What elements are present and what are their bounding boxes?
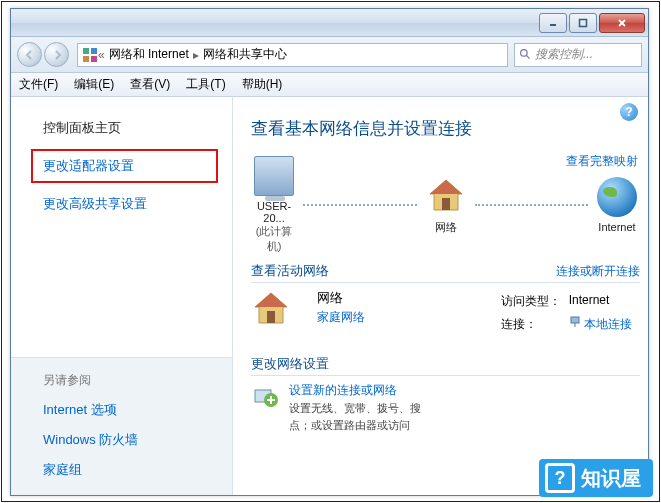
svg-rect-2 [83, 48, 89, 54]
svg-point-6 [521, 50, 528, 57]
nav-forward-button[interactable] [44, 42, 69, 67]
titlebar [11, 9, 648, 37]
svg-line-7 [526, 55, 529, 58]
menu-file[interactable]: 文件(F) [19, 76, 58, 93]
network-name: 网络 [317, 289, 489, 307]
svg-rect-14 [571, 317, 579, 323]
menu-tools[interactable]: 工具(T) [186, 76, 225, 93]
svg-rect-1 [580, 19, 587, 26]
search-input[interactable]: 搜索控制... [514, 43, 642, 67]
chevron-icon: « [98, 48, 105, 62]
svg-rect-10 [442, 198, 450, 210]
close-button[interactable] [599, 13, 645, 33]
help-icon[interactable]: ? [620, 103, 638, 121]
map-node-pc: USER-20... (此计算机) [251, 156, 297, 254]
house-icon [426, 176, 466, 216]
sidebar-seealso-header: 另请参阅 [11, 372, 232, 395]
minimize-button[interactable] [539, 13, 567, 33]
breadcrumb[interactable]: « 网络和 Internet ▸ 网络和共享中心 [77, 43, 508, 67]
sidebar-home[interactable]: 控制面板主页 [11, 113, 232, 143]
menu-view[interactable]: 查看(V) [130, 76, 170, 93]
sidebar-link-firewall[interactable]: Windows 防火墙 [11, 425, 232, 455]
sidebar-adapter-settings[interactable]: 更改适配器设置 [31, 149, 218, 183]
svg-marker-12 [255, 293, 287, 307]
svg-rect-4 [83, 56, 89, 62]
map-link-line [303, 204, 417, 206]
watermark: ? 知识屋 [539, 459, 653, 497]
svg-rect-3 [91, 48, 97, 54]
control-panel-icon [82, 47, 98, 63]
watermark-icon: ? [545, 463, 575, 493]
sidebar-link-homegroup[interactable]: 家庭组 [11, 455, 232, 485]
new-connection-icon [251, 382, 279, 410]
svg-rect-5 [91, 56, 97, 62]
globe-icon [597, 177, 637, 217]
nav-back-button[interactable] [17, 42, 42, 67]
map-link-line [475, 204, 589, 206]
sidebar-advanced-sharing[interactable]: 更改高级共享设置 [11, 189, 232, 219]
setup-new-connection[interactable]: 设置新的连接或网络 设置无线、宽带、拨号、搜 点；或设置路由器或访问 [251, 382, 640, 433]
house-icon [251, 289, 307, 345]
breadcrumb-seg2[interactable]: 网络和共享中心 [199, 46, 291, 63]
menu-bar: 文件(F) 编辑(E) 查看(V) 工具(T) 帮助(H) [11, 73, 648, 97]
svg-rect-13 [267, 311, 275, 323]
address-bar: « 网络和 Internet ▸ 网络和共享中心 搜索控制... [11, 37, 648, 73]
active-networks-header: 查看活动网络 连接或断开连接 [251, 262, 640, 283]
map-node-internet: Internet [594, 177, 640, 233]
change-settings-header: 更改网络设置 [251, 355, 640, 376]
sidebar-link-internet-options[interactable]: Internet 选项 [11, 395, 232, 425]
map-node-network: 网络 [423, 176, 469, 235]
active-network-row: 网络 家庭网络 访问类型：Internet 连接： 本地连接 [251, 289, 640, 345]
view-full-map-link[interactable]: 查看完整映射 [566, 153, 638, 170]
connection-link[interactable]: 本地连接 [584, 317, 632, 331]
search-icon [519, 48, 532, 61]
computer-icon [254, 156, 294, 196]
page-title: 查看基本网络信息并设置连接 [251, 117, 640, 140]
sidebar: 控制面板主页 更改适配器设置 更改高级共享设置 另请参阅 Internet 选项… [11, 97, 233, 495]
network-type-link[interactable]: 家庭网络 [317, 309, 489, 326]
menu-help[interactable]: 帮助(H) [242, 76, 283, 93]
breadcrumb-seg1[interactable]: 网络和 Internet [105, 46, 193, 63]
network-map: USER-20... (此计算机) 网络 Internet [251, 156, 640, 254]
window: « 网络和 Internet ▸ 网络和共享中心 搜索控制... 文件(F) 编… [10, 8, 649, 496]
menu-edit[interactable]: 编辑(E) [74, 76, 114, 93]
network-properties: 访问类型：Internet 连接： 本地连接 [499, 289, 640, 337]
svg-marker-9 [430, 180, 462, 194]
adapter-icon [569, 316, 581, 328]
maximize-button[interactable] [569, 13, 597, 33]
connect-disconnect-link[interactable]: 连接或断开连接 [556, 263, 640, 280]
content-pane: ? 查看基本网络信息并设置连接 查看完整映射 USER-20... (此计算机)… [233, 97, 648, 495]
